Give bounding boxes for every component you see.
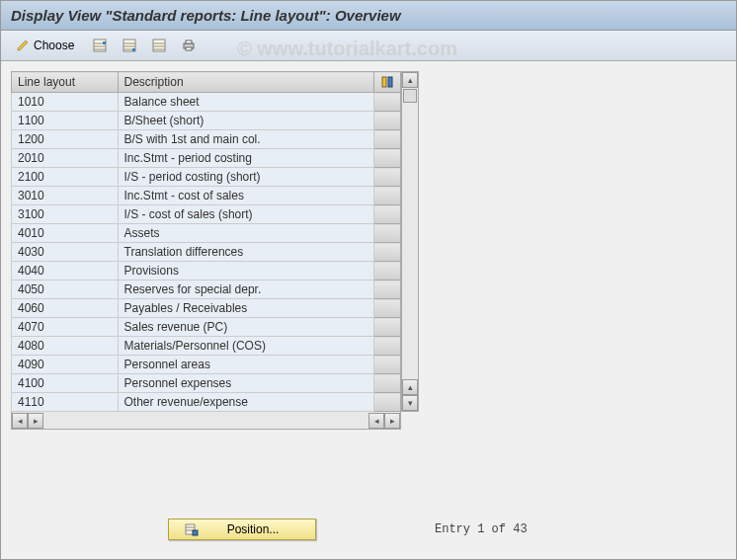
scroll-right-button[interactable]: ▸	[384, 413, 400, 429]
cell-layout[interactable]: 1100	[12, 112, 119, 130]
content-area: Line layout Description 1010Balance shee…	[1, 61, 736, 440]
entry-counter: Entry 1 of 43	[435, 522, 528, 536]
cell-description[interactable]: Other revenue/expense	[118, 393, 373, 412]
choose-label: Choose	[34, 39, 74, 52]
cell-blank	[373, 299, 400, 318]
table-row[interactable]: 2100I/S - period costing (short)	[12, 168, 401, 187]
scroll-down-button-small[interactable]: ▴	[402, 379, 418, 395]
cell-description[interactable]: Personnel expenses	[118, 374, 373, 393]
position-button[interactable]: Position...	[168, 519, 316, 540]
cell-blank	[373, 280, 400, 299]
cell-layout[interactable]: 1200	[12, 130, 119, 149]
table-icon-3[interactable]	[148, 35, 170, 56]
table-row[interactable]: 4050Reserves for special depr.	[12, 280, 401, 299]
pencil-icon	[16, 39, 30, 52]
svg-rect-11	[193, 530, 198, 535]
horizontal-scrollbar[interactable]: ◂ ▸ ◂ ▸	[11, 412, 401, 430]
col-header-description[interactable]: Description	[118, 72, 373, 93]
table-row[interactable]: 1010Balance sheet	[12, 93, 401, 112]
cell-description[interactable]: I/S - period costing (short)	[118, 168, 373, 187]
print-icon[interactable]	[178, 35, 200, 56]
cell-layout[interactable]: 4080	[12, 337, 119, 356]
table-row[interactable]: 3010Inc.Stmt - cost of sales	[12, 187, 401, 205]
cell-description[interactable]: Translation differences	[118, 243, 373, 262]
cell-layout[interactable]: 4090	[12, 356, 119, 374]
cell-description[interactable]: Payables / Receivables	[118, 299, 373, 318]
cell-description[interactable]: Inc.Stmt - period costing	[118, 149, 373, 168]
cell-layout[interactable]: 3010	[12, 187, 119, 205]
cell-layout[interactable]: 2100	[12, 168, 119, 187]
cell-blank	[373, 356, 400, 374]
scroll-right2-button[interactable]: ◂	[368, 413, 384, 429]
cell-description[interactable]: Balance sheet	[118, 93, 373, 112]
cell-blank	[373, 243, 400, 262]
cell-description[interactable]: Assets	[118, 224, 373, 243]
vertical-scrollbar[interactable]: ▴ ▴ ▾	[401, 71, 419, 412]
cell-description[interactable]: Inc.Stmt - cost of sales	[118, 187, 373, 205]
table-row[interactable]: 3100I/S - cost of sales (short)	[12, 205, 401, 224]
cell-description[interactable]: B/S with 1st and main col.	[118, 130, 373, 149]
cell-blank	[373, 149, 400, 168]
scroll-left2-button[interactable]: ▸	[28, 413, 43, 429]
cell-layout[interactable]: 4010	[12, 224, 119, 243]
cell-blank	[373, 130, 400, 149]
scroll-thumb[interactable]	[403, 89, 417, 103]
scroll-track[interactable]	[402, 88, 418, 379]
cell-layout[interactable]: 4070	[12, 318, 119, 337]
table-row[interactable]: 4060Payables / Receivables	[12, 299, 401, 318]
cell-layout[interactable]: 4110	[12, 393, 119, 412]
cell-blank	[373, 224, 400, 243]
svg-rect-3	[132, 48, 135, 51]
cell-layout[interactable]: 1010	[12, 93, 119, 112]
table-row[interactable]: 2010Inc.Stmt - period costing	[12, 149, 401, 168]
cell-layout[interactable]: 4100	[12, 374, 119, 393]
cell-layout[interactable]: 2010	[12, 149, 119, 168]
cell-blank	[373, 393, 400, 412]
col-header-layout[interactable]: Line layout	[12, 72, 119, 93]
svg-rect-9	[388, 77, 392, 87]
svg-rect-1	[103, 41, 106, 44]
cell-description[interactable]: I/S - cost of sales (short)	[118, 205, 373, 224]
cell-layout[interactable]: 4040	[12, 262, 119, 280]
cell-blank	[373, 318, 400, 337]
cell-blank	[373, 168, 400, 187]
cell-description[interactable]: Materials/Personnel (COS)	[118, 337, 373, 356]
cell-description[interactable]: Provisions	[118, 262, 373, 280]
table-row[interactable]: 1200B/S with 1st and main col.	[12, 130, 401, 149]
table-row[interactable]: 4110Other revenue/expense	[12, 393, 401, 412]
cell-description[interactable]: Personnel areas	[118, 356, 373, 374]
cell-blank	[373, 205, 400, 224]
cell-blank	[373, 262, 400, 280]
cell-layout[interactable]: 4050	[12, 280, 119, 299]
cell-description[interactable]: Sales revenue (PC)	[118, 318, 373, 337]
table-icon-1[interactable]	[89, 35, 111, 56]
cell-blank	[373, 93, 400, 112]
footer: Position... Entry 1 of 43	[0, 519, 737, 540]
page-title: Display View "Standard reports: Line lay…	[1, 1, 736, 31]
table-row[interactable]: 1100B/Sheet (short)	[12, 112, 401, 130]
choose-button[interactable]: Choose	[9, 36, 81, 55]
scroll-up-button[interactable]: ▴	[402, 72, 418, 88]
table-icon-2[interactable]	[119, 35, 140, 56]
svg-rect-7	[186, 47, 192, 50]
table-row[interactable]: 4100Personnel expenses	[12, 374, 401, 393]
table-row[interactable]: 4090Personnel areas	[12, 356, 401, 374]
table-row[interactable]: 4040Provisions	[12, 262, 401, 280]
position-label: Position...	[206, 522, 299, 536]
cell-description[interactable]: B/Sheet (short)	[118, 112, 373, 130]
table-row[interactable]: 4030Translation differences	[12, 243, 401, 262]
scroll-down-button[interactable]: ▾	[402, 395, 418, 411]
svg-rect-6	[186, 40, 192, 43]
line-layout-table: Line layout Description 1010Balance shee…	[11, 71, 401, 412]
table-row[interactable]: 4070Sales revenue (PC)	[12, 318, 401, 337]
table-row[interactable]: 4010Assets	[12, 224, 401, 243]
cell-description[interactable]: Reserves for special depr.	[118, 280, 373, 299]
scroll-left-button[interactable]: ◂	[12, 413, 28, 429]
toolbar: Choose	[1, 31, 736, 61]
col-header-config[interactable]	[373, 72, 400, 93]
cell-layout[interactable]: 3100	[12, 205, 119, 224]
cell-layout[interactable]: 4060	[12, 299, 119, 318]
table-row[interactable]: 4080Materials/Personnel (COS)	[12, 337, 401, 356]
svg-rect-8	[382, 77, 386, 87]
cell-layout[interactable]: 4030	[12, 243, 119, 262]
